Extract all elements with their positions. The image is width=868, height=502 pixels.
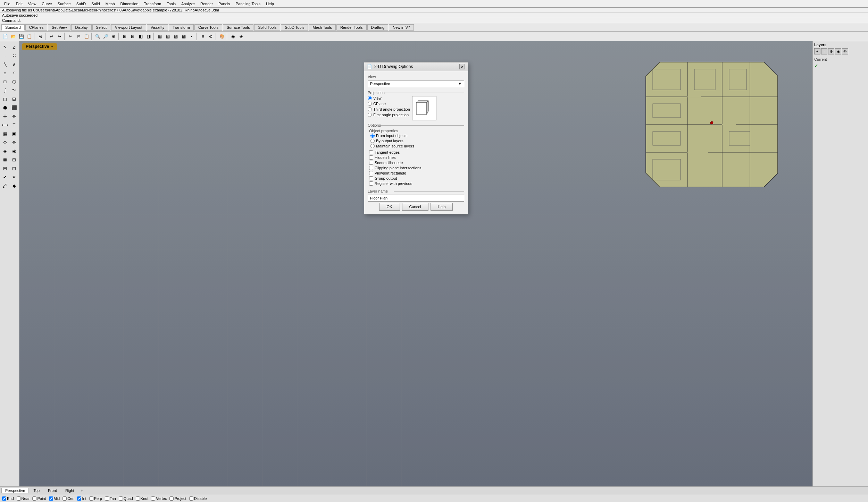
snap-tan-checkbox[interactable]	[105, 496, 109, 501]
menu-surface[interactable]: Surface	[55, 1, 74, 7]
add-viewport-button[interactable]: +	[79, 488, 85, 493]
snap-knot[interactable]: Knot	[136, 496, 149, 501]
fill-icon[interactable]: ◆	[10, 181, 18, 190]
render-preview-icon[interactable]: ◧	[137, 33, 144, 40]
menu-help[interactable]: Help	[263, 1, 277, 7]
paste-icon[interactable]: 📋	[83, 33, 90, 40]
projection-first-angle[interactable]: First angle projection	[368, 113, 410, 117]
snap-mid-checkbox[interactable]	[49, 496, 53, 501]
snap-int-checkbox[interactable]	[77, 496, 81, 501]
snap-quad[interactable]: Quad	[119, 496, 133, 501]
snap-end-checkbox[interactable]	[2, 496, 6, 501]
projection-view[interactable]: View	[368, 96, 410, 100]
checkmark-icon[interactable]: ✔	[1, 173, 9, 181]
star-icon[interactable]: ✶	[10, 173, 18, 181]
tab-surface-tools[interactable]: Surface Tools	[223, 24, 253, 31]
cut-icon[interactable]: ✂	[67, 33, 74, 40]
menu-mesh[interactable]: Mesh	[103, 1, 118, 7]
tab-curve-tools[interactable]: Curve Tools	[194, 24, 222, 31]
menu-view[interactable]: View	[25, 1, 39, 7]
object-props-icon[interactable]: ⊙	[207, 33, 215, 40]
viewport-rectangle-checkbox[interactable]	[369, 171, 373, 175]
layer-color-icon[interactable]: ◉	[835, 48, 841, 54]
tab-visibility[interactable]: Visibility	[147, 24, 168, 31]
line-icon[interactable]: ╲	[1, 60, 9, 68]
tab-viewport-layout[interactable]: Viewport Layout	[111, 24, 146, 31]
obj-by-output-radio[interactable]	[370, 139, 375, 143]
menu-dimension[interactable]: Dimension	[118, 1, 141, 7]
freeform-icon[interactable]: 〜	[10, 86, 18, 94]
misc-icon[interactable]: ⊞	[1, 164, 9, 172]
zoom-in-icon[interactable]: 🔍	[94, 33, 101, 40]
analyze-icon[interactable]: ◈	[1, 147, 9, 155]
snap-near-checkbox[interactable]	[17, 496, 21, 501]
snap-cen-checkbox[interactable]	[62, 496, 67, 501]
group-output-checkbox[interactable]	[369, 176, 373, 180]
surface-analysis-icon[interactable]: ◉	[229, 33, 237, 40]
snap-tan[interactable]: Tan	[105, 496, 116, 501]
viewport-area[interactable]: Perspective ▼	[19, 41, 812, 486]
polygon-icon[interactable]: ⬡	[10, 77, 18, 86]
select-icon[interactable]: ↖	[1, 43, 9, 51]
tab-standard[interactable]: Standard	[1, 24, 25, 31]
tab-transform[interactable]: Transform	[169, 24, 194, 31]
projection-view-radio[interactable]	[368, 96, 372, 100]
snap-mid[interactable]: Mid	[49, 496, 60, 501]
obj-from-input-radio[interactable]	[370, 134, 375, 138]
clipping-plane-checkbox[interactable]	[369, 166, 373, 170]
viewport-icon4[interactable]: ▩	[180, 33, 187, 40]
tangent-edges-checkbox[interactable]	[369, 150, 373, 154]
projection-cplane-radio[interactable]	[368, 102, 372, 106]
snap-icon[interactable]: ⊙	[1, 138, 9, 146]
check-group-output[interactable]: Group output	[369, 176, 464, 180]
dimension-icon[interactable]: ⟷	[1, 121, 9, 129]
arc-icon[interactable]: ◜	[10, 69, 18, 77]
tab-select[interactable]: Select	[92, 24, 111, 31]
help-button[interactable]: Help	[431, 203, 453, 211]
rectangle-icon[interactable]: □	[1, 77, 9, 86]
tab-subd-tools[interactable]: SubD Tools	[281, 24, 308, 31]
menu-tools[interactable]: Tools	[164, 1, 178, 7]
shaded-icon[interactable]: ◨	[145, 33, 152, 40]
viewport-icon5[interactable]: ▪	[188, 33, 195, 40]
print-icon[interactable]: 🖨	[36, 33, 44, 40]
tab-cplanes[interactable]: CPlanes	[25, 24, 48, 31]
snap-cen[interactable]: Cen	[62, 496, 74, 501]
mesh-tools-icon[interactable]: ⊠	[1, 155, 9, 164]
redo-icon[interactable]: ↪	[56, 33, 63, 40]
snap-vertex[interactable]: Vertex	[151, 496, 167, 501]
menu-analyze[interactable]: Analyze	[178, 1, 198, 7]
snap-knot-checkbox[interactable]	[136, 496, 140, 501]
check-viewport-rectangle[interactable]: Viewport rectangle	[369, 171, 464, 175]
layer-delete-icon[interactable]: -	[821, 48, 827, 54]
snap-disable-checkbox[interactable]	[189, 496, 193, 501]
obj-maintain-source[interactable]: Maintain source layers	[370, 144, 464, 148]
check-clipping-plane[interactable]: Clipping plane intersections	[369, 166, 464, 170]
open-file-icon[interactable]: 📂	[9, 33, 17, 40]
box-icon[interactable]: ⬛	[10, 103, 18, 112]
color-icon[interactable]: 🎨	[218, 33, 226, 40]
projection-third-angle-radio[interactable]	[368, 107, 372, 111]
copy-icon[interactable]: ⎘	[75, 33, 82, 40]
register-previous-checkbox[interactable]	[369, 181, 373, 186]
paint-icon[interactable]: 🖊	[1, 181, 9, 190]
multipoint-icon[interactable]: ∷	[10, 51, 18, 60]
viewport-icon3[interactable]: ▨	[172, 33, 180, 40]
zoom-out-icon[interactable]: 🔎	[102, 33, 109, 40]
layer-icon[interactable]: ≡	[199, 33, 207, 40]
snap-disable[interactable]: Disable	[189, 496, 207, 501]
hidden-lines-checkbox[interactable]	[369, 155, 373, 160]
new-file-icon[interactable]: 📄	[1, 33, 9, 40]
ok-button[interactable]: OK	[379, 203, 400, 211]
menu-file[interactable]: File	[1, 1, 13, 7]
analyze2-icon[interactable]: ◉	[10, 147, 18, 155]
obj-by-output[interactable]: By output layers	[370, 139, 464, 143]
check-hidden-lines[interactable]: Hidden lines	[369, 155, 464, 160]
grid-icon[interactable]: ⊞	[121, 33, 128, 40]
snap-point-checkbox[interactable]	[32, 496, 36, 501]
zoom-extent-icon[interactable]: ⊕	[110, 33, 117, 40]
command-prompt[interactable]: Command:	[0, 18, 868, 23]
tab-drafting[interactable]: Drafting	[367, 24, 389, 31]
obj-maintain-source-radio[interactable]	[370, 144, 375, 148]
menu-paneling-tools[interactable]: Paneling Tools	[233, 1, 263, 7]
